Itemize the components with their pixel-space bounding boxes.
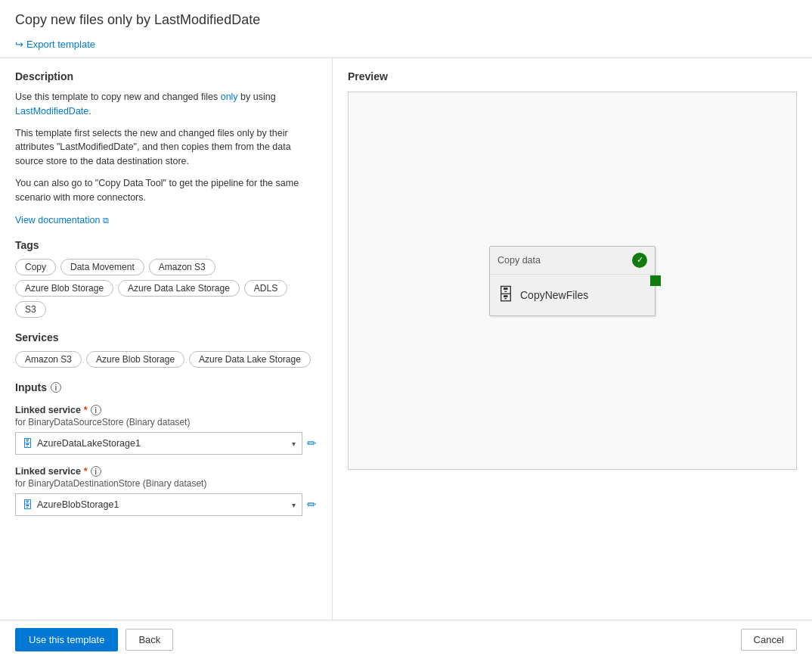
tag-amazon-s3: Amazon S3: [149, 259, 215, 275]
description-paragraph-2: This template first selects the new and …: [15, 126, 317, 169]
tags-section: Tags Copy Data Movement Amazon S3 Azure …: [15, 239, 317, 318]
cancel-button[interactable]: Cancel: [741, 629, 797, 651]
last-modified-link[interactable]: LastModifiedDate: [15, 106, 88, 117]
tag-azure-blob-storage: Azure Blob Storage: [15, 280, 113, 297]
page-container: Copy new files only by LastModifiedDate …: [0, 0, 812, 659]
footer-left: Use this template Back: [15, 628, 173, 651]
linked-service-2-dropdown[interactable]: 🗄 AzureBlobStorage1 ▾: [15, 493, 302, 516]
preview-canvas: Copy data ✓ 🗄 CopyNewFiles: [348, 92, 797, 470]
service-azure-data-lake-storage: Azure Data Lake Storage: [189, 351, 311, 368]
linked-service-2-chevron-icon: ▾: [292, 501, 296, 509]
header: Copy new files only by LastModifiedDate: [0, 0, 812, 34]
node-connector: [650, 275, 661, 286]
linked-service-2-label: Linked service * i: [15, 466, 101, 477]
description-paragraph-1: Use this template to copy new and change…: [15, 90, 317, 119]
tag-copy: Copy: [15, 259, 56, 275]
tags-container: Copy Data Movement Amazon S3 Azure Blob …: [15, 259, 317, 318]
node-name-label: CopyNewFiles: [520, 289, 588, 301]
linked-service-1-storage-icon: 🗄: [22, 437, 33, 449]
pipeline-node: Copy data ✓ 🗄 CopyNewFiles: [489, 246, 655, 316]
inputs-section-title: Inputs i: [15, 381, 61, 393]
footer: Use this template Back Cancel: [0, 620, 812, 659]
export-template-link[interactable]: ↪ Export template: [15, 39, 95, 50]
linked-service-2-edit-icon[interactable]: ✏: [307, 498, 317, 511]
tag-azure-data-lake-storage: Azure Data Lake Storage: [118, 280, 240, 297]
preview-section-title: Preview: [348, 70, 797, 82]
linked-service-1-edit-icon[interactable]: ✏: [307, 437, 317, 450]
tag-adls: ADLS: [244, 280, 287, 297]
use-template-button[interactable]: Use this template: [15, 628, 118, 651]
tag-s3: S3: [15, 301, 46, 318]
back-button[interactable]: Back: [126, 629, 173, 651]
linked-service-1-info-icon[interactable]: i: [91, 405, 101, 415]
services-section-title: Services: [15, 331, 317, 343]
right-panel: Preview Copy data ✓ 🗄 CopyNewFiles: [333, 58, 812, 620]
linked-service-2-info-icon[interactable]: i: [91, 466, 101, 477]
linked-service-2-subtext: for BinaryDataDestinationStore (Binary d…: [15, 478, 317, 489]
description-section-title: Description: [15, 70, 317, 82]
tags-section-title: Tags: [15, 239, 317, 251]
linked-service-2-value: AzureBlobStorage1: [37, 499, 292, 510]
description-paragraph-3: You can also go to "Copy Data Tool" to g…: [15, 176, 317, 205]
export-arrow-icon: ↪: [15, 39, 23, 50]
inputs-section: Inputs i Linked service * i for BinaryDa…: [15, 381, 317, 516]
linked-service-2-group: Linked service * i for BinaryDataDestina…: [15, 465, 317, 516]
tag-data-movement: Data Movement: [60, 259, 144, 275]
main-content: Description Use this template to copy ne…: [0, 58, 812, 620]
linked-service-1-dropdown[interactable]: 🗄 AzureDataLakeStorage1 ▾: [15, 432, 302, 455]
node-check-icon: ✓: [632, 253, 647, 268]
services-container: Amazon S3 Azure Blob Storage Azure Data …: [15, 351, 317, 368]
linked-service-1-group: Linked service * i for BinaryDataSourceS…: [15, 404, 317, 455]
node-body: 🗄 CopyNewFiles: [490, 275, 655, 316]
left-panel: Description Use this template to copy ne…: [0, 58, 333, 620]
export-bar: ↪ Export template: [0, 34, 812, 58]
node-database-icon: 🗄: [497, 285, 514, 305]
only-link[interactable]: only: [221, 92, 238, 102]
service-amazon-s3: Amazon S3: [15, 351, 82, 368]
inputs-info-icon[interactable]: i: [51, 382, 61, 393]
external-link-icon: ⧉: [103, 216, 109, 225]
required-star-1: *: [84, 405, 88, 415]
view-documentation-link[interactable]: View documentation ⧉: [15, 215, 109, 225]
services-section: Services Amazon S3 Azure Blob Storage Az…: [15, 331, 317, 368]
linked-service-1-label: Linked service * i: [15, 405, 101, 415]
linked-service-2-select-row: 🗄 AzureBlobStorage1 ▾ ✏: [15, 493, 317, 516]
linked-service-1-chevron-icon: ▾: [292, 440, 296, 448]
linked-service-1-select-row: 🗄 AzureDataLakeStorage1 ▾ ✏: [15, 432, 317, 455]
node-header-title: Copy data: [497, 255, 541, 266]
linked-service-2-storage-icon: 🗄: [22, 499, 33, 511]
required-star-2: *: [84, 466, 88, 477]
service-azure-blob-storage: Azure Blob Storage: [86, 351, 184, 368]
linked-service-1-subtext: for BinaryDataSourceStore (Binary datase…: [15, 417, 317, 427]
node-header: Copy data ✓: [490, 247, 655, 275]
linked-service-1-value: AzureDataLakeStorage1: [37, 438, 292, 449]
page-title: Copy new files only by LastModifiedDate: [15, 12, 797, 28]
